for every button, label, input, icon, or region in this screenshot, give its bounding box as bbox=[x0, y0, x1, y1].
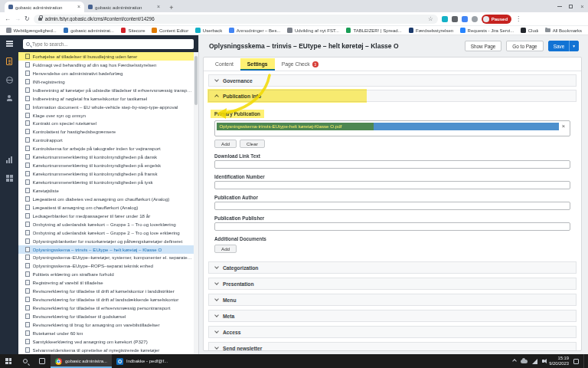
menu-icon[interactable] bbox=[1, 35, 18, 52]
volume-icon[interactable] bbox=[542, 360, 544, 363]
tree-item[interactable]: Oplysningsskema–EUtype–køretøjer, system… bbox=[18, 254, 194, 262]
taskbar-clock[interactable]: 15:19 9/20/2023 bbox=[549, 356, 569, 366]
tree-item[interactable]: Registrering af varebil til tilladelse bbox=[18, 278, 194, 287]
tree-item[interactable]: Oplysningsskema–EUtype–ROPS–separat tekn… bbox=[18, 261, 194, 270]
bookmark-item[interactable]: Content Editor bbox=[152, 28, 188, 33]
search-input[interactable] bbox=[32, 41, 191, 47]
show-desktop-button[interactable] bbox=[583, 354, 586, 368]
address-bar[interactable]: admin.fstyr.gobasic.dk/cms/#content/cont… bbox=[34, 15, 438, 24]
field-input[interactable] bbox=[214, 202, 570, 210]
tab[interactable]: Page Check 3 bbox=[275, 58, 325, 71]
maximize-icon[interactable] bbox=[565, 0, 577, 12]
section-publication-info[interactable]: Publication Info bbox=[208, 90, 577, 102]
back-icon[interactable]: ← bbox=[5, 16, 11, 22]
tree-item[interactable]: Ombytning af udenlandsk kørekort – Grupp… bbox=[18, 220, 194, 228]
tree-item[interactable]: Kontrolrapport bbox=[18, 136, 194, 144]
taskbar-window-outlook[interactable]: O Indbakke - pedf@f... bbox=[112, 354, 172, 368]
content-section-icon[interactable] bbox=[1, 52, 18, 71]
save-button[interactable]: Save ▾ bbox=[548, 41, 579, 51]
tree-item[interactable]: Politiets erklæring om strafbare forhold bbox=[18, 270, 194, 278]
bookmark-item[interactable]: TABLEIZER! | Spread... bbox=[346, 28, 402, 33]
browser-menu-icon[interactable]: ⋮ bbox=[515, 15, 521, 22]
tree-item[interactable]: Kontrolskema for arbejde på takografer i… bbox=[18, 144, 194, 153]
tree-item[interactable]: Kontrolattest for hastighedsbegrænsere bbox=[18, 127, 194, 136]
tree-item[interactable]: Oplysningsskema – trinvis – EUtype – hel… bbox=[18, 245, 194, 254]
bookmark-item[interactable]: Sitecore bbox=[121, 28, 145, 33]
section-governance[interactable]: Governance bbox=[208, 74, 577, 87]
accordion-section[interactable]: Menu bbox=[208, 294, 577, 306]
tree-item[interactable]: Kørekortnummererklæring til kontrolmyndi… bbox=[18, 161, 194, 169]
extension-icon[interactable] bbox=[452, 16, 458, 22]
task-view-icon[interactable] bbox=[34, 354, 51, 368]
bookmark-star-icon[interactable]: ☆ bbox=[428, 15, 433, 22]
users-section-icon[interactable] bbox=[1, 89, 18, 107]
bookmark-item[interactable]: gobasic administrat... bbox=[64, 28, 114, 33]
new-tab-button[interactable]: + bbox=[166, 2, 177, 12]
tree-item[interactable]: Rutekørsel under 60 km bbox=[18, 329, 194, 337]
accordion-section[interactable]: Access bbox=[208, 326, 577, 338]
tree-item[interactable]: Kørekortnummererklæring til kontrolmyndi… bbox=[18, 153, 194, 161]
extension-icon[interactable] bbox=[442, 16, 448, 22]
tab-close-icon[interactable]: × bbox=[157, 5, 160, 9]
tree-item[interactable]: Lægeattest om diabetes ved ansøgning om … bbox=[18, 195, 194, 203]
tree-item[interactable]: Henvendelse om administrativt bødeforlæg bbox=[18, 69, 194, 77]
tree-item[interactable]: Indberetning af køretøjer på udstedte ti… bbox=[18, 86, 194, 94]
tree-item[interactable]: Forhøjelse af tilladelser til busudlejni… bbox=[18, 52, 194, 61]
tree-item[interactable]: Køretøjsliste bbox=[18, 186, 194, 195]
tree-item[interactable]: Revisorerklæring til brug for ansøgning … bbox=[18, 320, 194, 329]
tree-item[interactable]: Klage over syn og omsyn bbox=[18, 111, 194, 120]
extensions-menu-icon[interactable] bbox=[472, 16, 478, 22]
bookmark-item[interactable]: Userback bbox=[195, 28, 222, 33]
accordion-section[interactable]: Send newsletter bbox=[208, 342, 577, 350]
selected-file-item[interactable]: Oplysningsskema-trinvis-EUtype-helt køre… bbox=[217, 123, 559, 130]
bookmark-item[interactable]: Anmodninger – Bes... bbox=[229, 28, 280, 33]
scrollbar-thumb[interactable] bbox=[194, 56, 198, 105]
tab[interactable]: Content bbox=[208, 58, 240, 71]
tree-item[interactable]: INfi-registrering bbox=[18, 77, 194, 86]
hidden-icons-chevron[interactable] bbox=[512, 359, 517, 363]
tab[interactable]: Settings bbox=[240, 58, 275, 71]
all-bookmarks-button[interactable]: All Bookmarks bbox=[545, 28, 582, 33]
remove-file-button[interactable]: × bbox=[559, 123, 569, 130]
tree-item[interactable]: Selvanmelderskema til oprettelse af nyre… bbox=[18, 346, 194, 354]
tree-item[interactable]: Revisorerklæring for tilladelse til drif… bbox=[18, 295, 194, 304]
field-input[interactable] bbox=[214, 160, 570, 169]
tree-item[interactable]: Fuldmagt ved behandling af din sag hos F… bbox=[18, 61, 194, 69]
tree-item[interactable]: Samtykkeerklæring ved ansøgning om kørek… bbox=[18, 337, 194, 346]
extension-icon[interactable] bbox=[462, 16, 468, 22]
analytics-section-icon[interactable] bbox=[1, 150, 18, 169]
tree-item[interactable]: Revisorerklæring for tilladelse til erhv… bbox=[18, 304, 194, 312]
clear-publication-button[interactable]: Clear bbox=[240, 140, 265, 148]
forward-icon[interactable]: → bbox=[15, 16, 21, 22]
tree-scrollbar[interactable] bbox=[194, 52, 198, 354]
tree-item[interactable]: Ombytning af udenlandsk kørekort – Grupp… bbox=[18, 228, 194, 237]
minimize-icon[interactable] bbox=[554, 0, 565, 12]
reload-icon[interactable]: ↻ bbox=[24, 16, 30, 22]
tab-close-icon[interactable]: × bbox=[77, 5, 80, 9]
field-input[interactable] bbox=[214, 222, 570, 231]
tree-item[interactable]: Oplysningsblanketter for motorkøretøjer … bbox=[18, 237, 194, 245]
tree-item[interactable]: Kontrakt om speciel rutekørsel bbox=[18, 120, 194, 128]
save-dropdown-caret-icon[interactable]: ▾ bbox=[570, 44, 578, 48]
add-publication-button[interactable]: Add bbox=[214, 140, 237, 148]
field-input[interactable] bbox=[214, 181, 570, 189]
tree-item[interactable]: Revisorerklæring for tilladelse til drif… bbox=[18, 287, 194, 295]
search-box[interactable] bbox=[23, 39, 194, 49]
taskbar-search-icon[interactable] bbox=[17, 354, 34, 368]
browser-tab[interactable]: gobasic administration × bbox=[84, 2, 164, 12]
bookmark-item[interactable]: Cludo bbox=[521, 28, 537, 33]
bookmark-item[interactable]: Webtilgængelighed... bbox=[6, 28, 57, 33]
tree-item[interactable]: Kørekortnummererklæring til kontrolmyndi… bbox=[18, 169, 194, 178]
browser-tab[interactable]: gobasic administration × bbox=[5, 2, 84, 12]
add-additional-document-button[interactable]: Add bbox=[214, 245, 237, 253]
start-button[interactable] bbox=[0, 354, 17, 368]
tree-item[interactable]: Kørekortnummererklæring til kontrolmyndi… bbox=[18, 178, 194, 186]
tree-item[interactable]: Lægeattest til ansøgning om chaufførkort… bbox=[18, 203, 194, 212]
taskbar-window-chrome[interactable]: gobasic administra... bbox=[51, 354, 112, 368]
media-section-icon[interactable] bbox=[1, 71, 18, 89]
profile-paused-badge[interactable]: Paused bbox=[482, 15, 511, 24]
show-page-button[interactable]: Show Page bbox=[465, 41, 502, 51]
bookmark-item[interactable]: Udvikling af nyt FST... bbox=[287, 28, 339, 33]
onedrive-icon[interactable] bbox=[521, 360, 528, 363]
tree-item[interactable]: Indberetning af nøgletal fra kørselskont… bbox=[18, 94, 194, 103]
